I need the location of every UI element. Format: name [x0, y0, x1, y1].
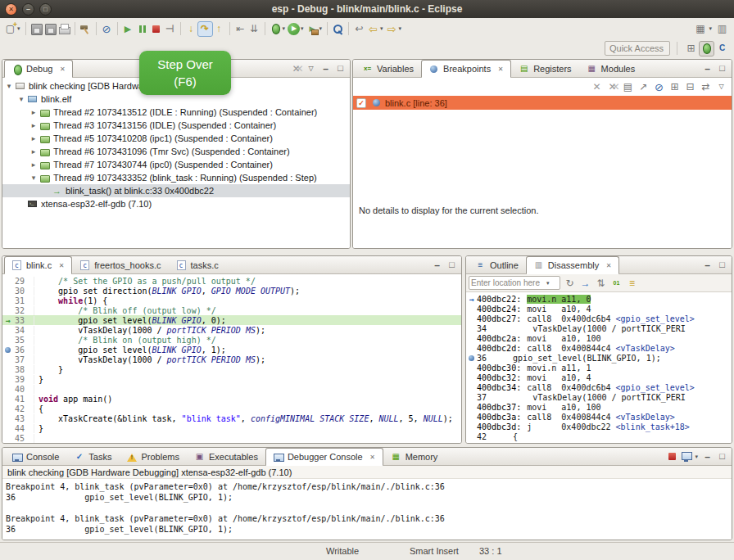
dropdown-arrow-icon[interactable]: ▾: [399, 25, 402, 32]
line-number[interactable]: 33: [13, 316, 34, 325]
tab-registers[interactable]: Registers: [511, 60, 578, 77]
instruction-stepping-icon[interactable]: [247, 22, 261, 36]
code-line[interactable]: 29 /* Set the GPIO as a push/pull output…: [2, 276, 461, 286]
dropdown-arrow-icon[interactable]: ▾: [17, 25, 20, 32]
location-combo[interactable]: ▾: [469, 276, 560, 290]
window-maximize-button[interactable]: [39, 3, 52, 16]
debug-tree-item[interactable]: ▸Thread #5 1073410208 (ipc1) (Suspended …: [2, 132, 350, 145]
run-icon[interactable]: [288, 23, 300, 35]
disassembly-line[interactable]: 42 {: [466, 431, 732, 441]
search-icon[interactable]: [331, 22, 345, 36]
disassembly-line[interactable]: 400dbc34:call8 0x400dc6b4 <gpio_set_leve…: [466, 382, 732, 392]
code-line[interactable]: 45: [2, 433, 461, 443]
titlebar[interactable]: esp - Debug - blink/main/blink.c - Eclip…: [0, 0, 734, 18]
close-icon[interactable]: ✕: [496, 65, 505, 73]
step-into-icon[interactable]: [184, 22, 198, 36]
minimize-icon[interactable]: [319, 61, 333, 75]
code-line[interactable]: 37 vTaskDelay(1000 / portTICK_PERIOD_MS)…: [2, 355, 461, 364]
link-with-debug-icon[interactable]: [699, 80, 713, 94]
dropdown-arrow-icon[interactable]: ▾: [283, 25, 286, 32]
refresh-icon[interactable]: [563, 276, 577, 290]
line-number[interactable]: 40: [13, 385, 34, 394]
dropdown-arrow-icon[interactable]: ▾: [709, 25, 712, 32]
debug-tree-item[interactable]: xtensa-esp32-elf-gdb (7.10): [2, 197, 350, 210]
tab-modules[interactable]: Modules: [579, 60, 643, 77]
minimize-icon[interactable]: [430, 258, 444, 272]
tab-variables[interactable]: Variables: [355, 60, 421, 77]
close-icon[interactable]: ✕: [58, 65, 66, 73]
line-number[interactable]: 41: [13, 395, 34, 404]
tab-problems[interactable]: Problems: [119, 448, 186, 465]
code-line[interactable]: 41void app_main(): [2, 394, 461, 404]
show-pc-icon[interactable]: [578, 276, 592, 290]
expand-all-icon[interactable]: [668, 80, 682, 94]
line-number[interactable]: 37: [13, 355, 34, 364]
disassembly-line[interactable]: 400dbc24:movi a10, 4: [466, 304, 732, 314]
go-to-file-icon[interactable]: [637, 80, 650, 94]
disassembly-line[interactable]: 400dbc27:call8 0x400dc6b4 <gpio_set_leve…: [466, 314, 732, 323]
show-breakpoints-supported-icon[interactable]: [621, 80, 635, 94]
close-icon[interactable]: ✕: [369, 454, 377, 461]
tab-debug[interactable]: Debug✕: [4, 60, 73, 77]
dropdown-arrow-icon[interactable]: ▾: [301, 25, 304, 32]
build-icon[interactable]: [79, 22, 93, 36]
dropdown-arrow-icon[interactable]: ▾: [380, 25, 383, 32]
print-icon[interactable]: [57, 22, 71, 36]
collapsed-arrow-icon[interactable]: ▸: [29, 108, 39, 116]
console-output[interactable]: Breakpoint 4, blink_task (pvParameter=0x…: [2, 479, 732, 540]
suspend-icon[interactable]: [135, 22, 149, 36]
save-all-icon[interactable]: [43, 22, 57, 36]
disassembly-line[interactable]: 400dbc2d:call8 0x400844c4 <vTaskDelay>: [466, 343, 732, 353]
line-number[interactable]: 36: [13, 345, 34, 355]
open-perspective-icon[interactable]: [684, 42, 698, 56]
disassembly-line[interactable]: app_main:: [466, 441, 732, 443]
tab-tasks[interactable]: Tasks: [66, 448, 119, 465]
debug-tree-item[interactable]: ▸Thread #6 1073431096 (Tmr Svc) (Suspend…: [2, 145, 350, 158]
tab-memory[interactable]: Memory: [383, 448, 446, 465]
step-return-icon[interactable]: [212, 22, 226, 36]
disassembly-line[interactable]: 400dbc2a:movi a10, 100: [466, 333, 732, 343]
tab-console[interactable]: Console: [4, 448, 66, 465]
window-close-button[interactable]: [5, 3, 17, 16]
source-mode-icon[interactable]: [625, 276, 639, 290]
code-line[interactable]: 43 xTaskCreate(&blink_task, "blink_task"…: [2, 413, 461, 423]
code-line[interactable]: 36 gpio_set_level(BLINK_GPIO, 1);: [2, 345, 461, 355]
collapse-all-icon[interactable]: [683, 80, 697, 94]
line-number[interactable]: 32: [13, 306, 34, 315]
expanded-arrow-icon[interactable]: ▾: [16, 95, 26, 103]
debug-tree[interactable]: ▾blink checking [GDB Hardware Debugging]…: [2, 78, 350, 248]
tab-executables[interactable]: Executables: [187, 448, 265, 465]
remove-breakpoint-icon[interactable]: [590, 80, 604, 94]
last-edit-location-icon[interactable]: [352, 22, 366, 36]
disassembly-line[interactable]: 400dbc32:movi a10, 4: [466, 373, 732, 382]
external-tools-icon[interactable]: [306, 22, 319, 36]
line-number[interactable]: 42: [13, 404, 34, 413]
close-icon[interactable]: ✕: [605, 262, 613, 269]
tab-blink-c[interactable]: blink.c✕: [4, 256, 72, 273]
step-over-icon[interactable]: [198, 22, 212, 36]
disassembly-line[interactable]: 400dbc3d:j 0x400dbc22 <blink_task+18>: [466, 422, 732, 431]
line-number[interactable]: 43: [13, 414, 34, 423]
debug-tree-item[interactable]: ▸Thread #7 1073430744 (ipc0) (Suspended …: [2, 158, 350, 171]
debug-icon[interactable]: [269, 22, 283, 36]
editor-content[interactable]: 29 /* Set the GPIO as a push/pull output…: [2, 274, 461, 443]
tab-outline[interactable]: Outline: [468, 256, 526, 273]
line-number[interactable]: 29: [13, 277, 34, 286]
cpp-perspective-icon[interactable]: [715, 42, 729, 56]
collapsed-arrow-icon[interactable]: ▸: [29, 147, 39, 156]
disconnect-icon[interactable]: [163, 22, 177, 36]
code-line[interactable]: →33 gpio_set_level(BLINK_GPIO, 0);: [2, 315, 461, 325]
tab-freertos-hooks-c[interactable]: freertos_hooks.c: [72, 256, 168, 273]
line-number[interactable]: 35: [13, 336, 34, 345]
line-number[interactable]: 31: [13, 296, 34, 305]
minimize-icon[interactable]: [700, 258, 714, 272]
line-number[interactable]: 45: [13, 434, 34, 443]
minimize-icon[interactable]: [700, 449, 714, 463]
collapsed-arrow-icon[interactable]: ▸: [29, 121, 39, 129]
code-line[interactable]: 39}: [2, 374, 461, 384]
code-line[interactable]: 40: [2, 384, 461, 394]
line-number[interactable]: 39: [13, 375, 34, 384]
maximize-icon[interactable]: [445, 258, 459, 272]
close-icon[interactable]: ✕: [57, 262, 66, 269]
back-icon[interactable]: [366, 22, 380, 36]
